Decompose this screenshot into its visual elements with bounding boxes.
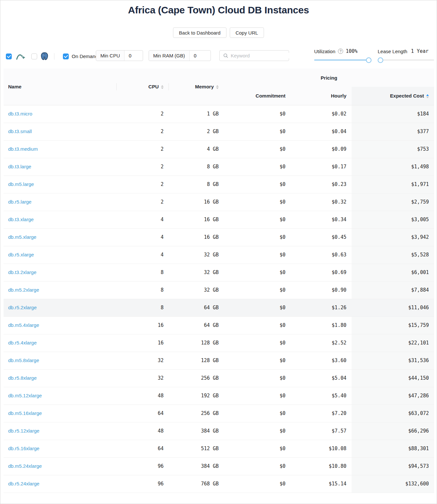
table-row[interactable]: db.r5.large 2 16 GB $0 $0.32 $2,759: [4, 193, 434, 211]
instance-link[interactable]: db.m5.large: [8, 181, 34, 187]
commitment-cell: $0: [224, 405, 291, 422]
expected-cost-cell: $94,573: [352, 457, 434, 475]
expected-cost-cell: $22,101: [352, 334, 434, 352]
instance-link[interactable]: db.m5.8xlarge: [8, 358, 39, 363]
cpu-cell: 4: [117, 246, 169, 264]
instance-link[interactable]: db.m5.4xlarge: [8, 322, 39, 328]
table-row[interactable]: db.m5.8xlarge 32 128 GB $0 $3.60 $31,536: [4, 352, 434, 369]
instance-link[interactable]: db.r5.large: [8, 199, 32, 205]
hourly-cell: $7.57: [291, 422, 352, 440]
min-cpu-input[interactable]: [124, 53, 141, 58]
mysql-checkbox[interactable]: [6, 53, 12, 59]
table-row[interactable]: db.t3.2xlarge 8 32 GB $0 $0.69 $6,001: [4, 264, 434, 281]
expected-cost-cell: $6,001: [352, 264, 434, 281]
lease-length-label: Lease Length: [378, 49, 407, 54]
hourly-cell: $15.14: [291, 475, 352, 493]
hourly-cell: $10.80: [291, 457, 352, 475]
table-row[interactable]: db.t3.micro 2 1 GB $0 $0.02 $184: [4, 105, 434, 123]
instance-name-cell: db.r5.xlarge: [4, 246, 117, 264]
instance-link[interactable]: db.r5.16xlarge: [8, 446, 39, 451]
cpu-cell: 4: [117, 211, 169, 228]
commitment-cell: $0: [224, 334, 291, 352]
memory-cell: 4 GB: [169, 140, 224, 158]
instance-link[interactable]: db.m5.2xlarge: [8, 287, 39, 293]
table-row[interactable]: db.t3.large 2 8 GB $0 $0.17 $1,498: [4, 158, 434, 176]
table-row[interactable]: db.r5.24xlarge 96 768 GB $0 $15.14 $132,…: [4, 475, 434, 493]
hourly-cell: $0.34: [291, 211, 352, 228]
hourly-cell: $5.40: [291, 387, 352, 405]
instance-link[interactable]: db.r5.8xlarge: [8, 375, 37, 381]
hourly-cell: $2.52: [291, 334, 352, 352]
question-circle-icon[interactable]: ?: [338, 49, 343, 54]
column-header-memory[interactable]: Memory: [169, 69, 224, 105]
instance-link[interactable]: db.t3.xlarge: [8, 217, 34, 222]
min-cpu-filter: Min CPU: [96, 50, 143, 61]
instance-link[interactable]: db.r5.4xlarge: [8, 340, 37, 345]
instance-link[interactable]: db.t3.2xlarge: [8, 269, 36, 275]
table-row[interactable]: db.t3.medium 2 4 GB $0 $0.09 $753: [4, 140, 434, 158]
cpu-cell: 64: [117, 440, 169, 457]
table-row[interactable]: db.t3.xlarge 4 16 GB $0 $0.34 $3,005: [4, 211, 434, 228]
back-to-dashboard-button[interactable]: Back to Dashboard: [173, 27, 226, 38]
keyword-input[interactable]: [231, 53, 296, 58]
cpu-cell: 16: [117, 316, 169, 334]
cpu-cell: 16: [117, 334, 169, 352]
instance-link[interactable]: db.t3.micro: [8, 111, 32, 116]
instance-link[interactable]: db.r5.12xlarge: [8, 428, 39, 434]
instance-link[interactable]: db.m5.xlarge: [8, 234, 36, 240]
copy-url-button[interactable]: Copy URL: [230, 27, 264, 38]
memory-cell: 768 GB: [169, 475, 224, 493]
table-row[interactable]: db.r5.12xlarge 48 384 GB $0 $7.57 $66,29…: [4, 422, 434, 440]
expected-cost-cell: $7,884: [352, 281, 434, 299]
table-row[interactable]: db.m5.xlarge 4 16 GB $0 $0.45 $3,942: [4, 228, 434, 246]
column-header-cpu[interactable]: CPU: [117, 69, 169, 105]
expected-cost-cell: $2,759: [352, 193, 434, 211]
min-ram-input[interactable]: [190, 53, 207, 58]
utilization-slider-handle[interactable]: [366, 57, 371, 63]
cpu-cell: 96: [117, 475, 169, 493]
instance-link[interactable]: db.t3.large: [8, 164, 31, 169]
table-row[interactable]: db.t3.small 2 2 GB $0 $0.04 $377: [4, 123, 434, 140]
instance-link[interactable]: db.r5.24xlarge: [8, 481, 39, 486]
instance-link[interactable]: db.t3.small: [8, 129, 32, 134]
table-row[interactable]: db.r5.4xlarge 16 128 GB $0 $2.52 $22,101: [4, 334, 434, 352]
table-row[interactable]: db.r5.8xlarge 32 256 GB $0 $5.04 $44,150: [4, 369, 434, 387]
hourly-cell: $5.04: [291, 369, 352, 387]
column-group-pricing: Pricing: [224, 69, 434, 87]
instance-link[interactable]: db.r5.2xlarge: [8, 305, 37, 310]
instance-link[interactable]: db.t3.medium: [8, 146, 38, 152]
hourly-cell: $0.04: [291, 123, 352, 140]
table-row[interactable]: db.m5.4xlarge 16 64 GB $0 $1.80 $15,759: [4, 316, 434, 334]
instance-link[interactable]: db.m5.16xlarge: [8, 410, 42, 416]
lease-slider-handle[interactable]: [378, 57, 383, 63]
table-row[interactable]: db.r5.2xlarge 8 64 GB $0 $1.26 $11,046: [4, 299, 434, 316]
table-row[interactable]: db.r5.xlarge 4 32 GB $0 $0.63 $5,528: [4, 246, 434, 264]
postgres-checkbox[interactable]: [31, 53, 37, 59]
cpu-cell: 2: [117, 123, 169, 140]
commitment-cell: $0: [224, 264, 291, 281]
utilization-slider-track[interactable]: [314, 59, 369, 61]
instance-link[interactable]: db.m5.24xlarge: [8, 463, 42, 469]
instance-link[interactable]: db.r5.xlarge: [8, 252, 34, 257]
commitment-cell: $0: [224, 369, 291, 387]
column-header-expected-cost[interactable]: Expected Cost: [352, 87, 434, 105]
column-header-name: Name: [4, 69, 117, 105]
on-demand-checkbox[interactable]: [63, 53, 69, 59]
table-row[interactable]: db.m5.2xlarge 8 32 GB $0 $0.90 $7,884: [4, 281, 434, 299]
table-row[interactable]: db.m5.large 2 8 GB $0 $0.23 $1,971: [4, 176, 434, 193]
table-row[interactable]: db.m5.12xlarge 48 192 GB $0 $5.40 $47,28…: [4, 387, 434, 405]
table-row[interactable]: db.r5.16xlarge 64 512 GB $0 $10.08 $88,3…: [4, 440, 434, 457]
expected-cost-cell: $184: [352, 105, 434, 123]
on-demand-label: On Demand: [72, 53, 98, 59]
commitment-cell: $0: [224, 105, 291, 123]
table-row[interactable]: db.m5.24xlarge 96 384 GB $0 $10.80 $94,5…: [4, 457, 434, 475]
mysql-dolphin-icon: [16, 53, 26, 60]
table-row[interactable]: db.m5.16xlarge 64 256 GB $0 $7.20 $63,07…: [4, 405, 434, 422]
memory-cell: 384 GB: [169, 457, 224, 475]
lease-slider-track[interactable]: [378, 59, 434, 61]
commitment-cell: $0: [224, 281, 291, 299]
memory-cell: 192 GB: [169, 387, 224, 405]
commitment-cell: $0: [224, 440, 291, 457]
instance-link[interactable]: db.m5.12xlarge: [8, 393, 42, 398]
min-cpu-label: Min CPU: [96, 51, 124, 61]
